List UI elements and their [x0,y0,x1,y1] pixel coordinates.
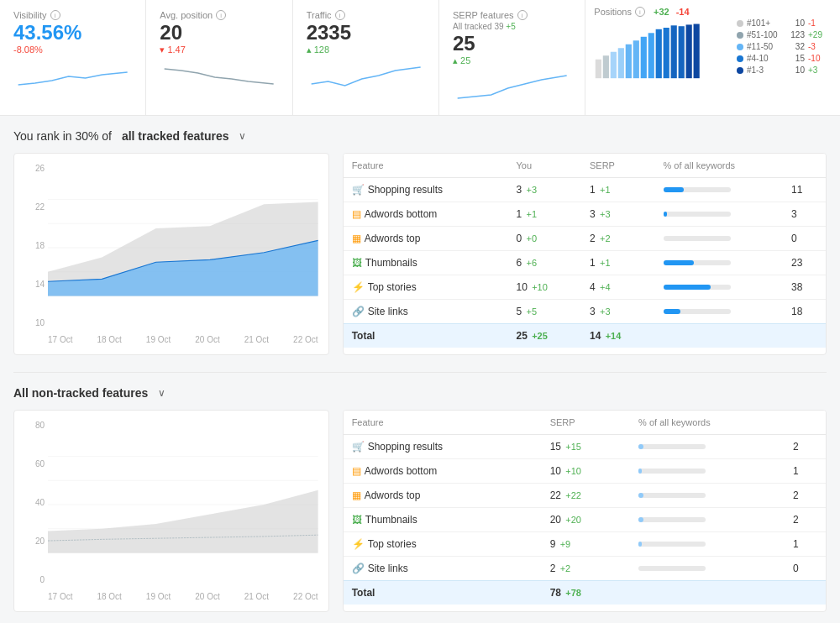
table-row: ▦Adwords top 22 +22 2 [344,484,826,508]
svg-rect-10 [671,25,677,78]
table-row: 🖼Thumbnails 20 +20 2 [344,508,826,532]
pos-row-4-10: #4-10 15 -10 [737,54,832,63]
svg-rect-4 [626,44,632,78]
positions-bar-chart [594,18,730,86]
nt-col-serp: SERP [542,411,630,435]
non-tracked-section-chevron[interactable]: ∨ [158,387,165,399]
traffic-value: 2335 [307,22,425,44]
svg-rect-11 [679,26,685,78]
table-row: 🔗Site links 5 +5 3 +3 18 [344,300,826,324]
tracked-two-col: 26 22 18 14 10 [13,153,827,355]
traffic-card: Traffic i 2335 ▴ 128 [293,0,439,115]
traffic-sparkline [307,60,425,94]
svg-rect-7 [648,33,654,78]
section-divider [13,372,827,373]
svg-rect-0 [596,60,601,78]
svg-rect-5 [633,40,639,78]
non-tracked-section-highlight: All non-tracked features [13,386,148,400]
positions-info-icon[interactable]: i [635,7,645,17]
table-row: ▤Adwords bottom 10 +10 1 [344,459,826,484]
tracked-chart-body [48,164,318,332]
serp-features-sparkline [453,71,571,105]
tracked-y-labels: 26 22 18 14 10 [24,164,48,327]
tracked-chart-wrapper: 26 22 18 14 10 [24,164,318,344]
nt-col-feature: Feature [344,411,542,435]
visibility-sparkline [13,60,132,93]
dashboard: Visibility i 43.56% -8.08% Avg. position… [0,0,840,623]
traffic-change: ▴ 128 [307,44,425,55]
col-pct: % of all keywords [655,154,827,178]
serp-features-label: SERP features i [453,10,571,20]
serp-features-sublabel: All tracked 39 +5 [453,22,571,31]
tracked-x-labels: 17 Oct 18 Oct 19 Oct 20 Oct 21 Oct 22 Oc… [24,335,318,344]
visibility-change: -8.08% [13,44,132,55]
svg-rect-3 [618,48,624,78]
pos-row-1-3: #1-3 10 +3 [737,65,832,75]
pos-row-11-50: #11-50 32 -3 [737,42,832,51]
avg-position-info-icon[interactable]: i [216,10,226,20]
tracked-section-highlight: all tracked features [122,129,229,143]
tracked-section-header: You rank in 30% of all tracked features … [13,129,827,143]
non-tracked-section-header: All non-tracked features ∨ [13,386,827,400]
serp-features-value: 25 [453,33,571,55]
table-row: ⚡Top stories 10 +10 4 +4 38 [344,275,826,300]
positions-legend: #101+ 10 -1 #51-100 123 +29 #11-50 32 [737,18,832,77]
main-content: You rank in 30% of all tracked features … [0,116,840,623]
tracked-total-row: Total 25 +25 14 +14 [344,324,826,348]
svg-rect-9 [664,28,669,78]
table-row: ▤Adwords bottom 1 +1 3 +3 3 [344,202,826,227]
table-row: 🛒Shopping results 3 +3 1 +1 11 [344,178,826,202]
tracked-section-chevron[interactable]: ∨ [239,130,246,142]
nt-col-pct: % of all keywords [630,411,826,435]
non-tracked-two-col: 80 60 40 20 0 [13,410,827,612]
col-serp: SERP [581,154,655,178]
table-row: 🛒Shopping results 15 +15 2 [344,435,826,459]
col-you: You [508,154,582,178]
serp-features-info-icon[interactable]: i [517,10,528,20]
non-tracked-table: Feature SERP % of all keywords 🛒Shopping… [343,410,827,612]
traffic-info-icon[interactable]: i [335,10,345,20]
metrics-bar: Visibility i 43.56% -8.08% Avg. position… [0,0,840,116]
avg-position-value: 20 [160,22,278,44]
positions-label: Positions i +32 -14 [594,7,832,17]
non-tracked-chart-wrapper: 80 60 40 20 0 [24,421,318,601]
table-row: ⚡Top stories 9 +9 1 [344,532,826,557]
visibility-label: Visibility i [13,10,132,20]
pos-row-51-100: #51-100 123 +29 [737,30,832,39]
non-tracked-y-labels: 80 60 40 20 0 [24,421,48,584]
col-feature: Feature [344,154,508,178]
svg-rect-8 [656,29,662,78]
positions-content: #101+ 10 -1 #51-100 123 +29 #11-50 32 [594,18,832,86]
svg-rect-1 [603,55,609,78]
serp-features-card: SERP features i All tracked 39 +5 25 ▴ 2… [439,0,585,115]
visibility-card: Visibility i 43.56% -8.08% [0,0,146,115]
visibility-value: 43.56% [13,22,132,44]
tracked-table: Feature You SERP % of all keywords 🛒Shop… [343,153,827,355]
tracked-chart-container: 26 22 18 14 10 [13,153,329,355]
table-row: 🖼Thumbnails 6 +6 1 +1 23 [344,251,826,275]
non-tracked-total-row: Total 78 +78 [344,581,826,605]
traffic-label: Traffic i [307,10,425,20]
avg-position-change: ▾ 1.47 [160,44,278,55]
pos-row-101: #101+ 10 -1 [737,18,832,28]
non-tracked-chart-body [48,421,318,589]
positions-up: +32 [654,7,669,17]
table-row: 🔗Site links 2 +2 0 [344,557,826,581]
non-tracked-chart-container: 80 60 40 20 0 [13,410,329,612]
svg-rect-6 [641,37,647,78]
non-tracked-x-labels: 17 Oct 18 Oct 19 Oct 20 Oct 21 Oct 22 Oc… [24,592,318,601]
svg-rect-13 [694,24,700,79]
svg-rect-12 [686,24,692,78]
svg-rect-2 [611,52,617,78]
visibility-info-icon[interactable]: i [50,10,60,20]
positions-card: Positions i +32 -14 [585,0,840,115]
svg-marker-26 [48,490,318,553]
avg-position-label: Avg. position i [160,10,278,20]
table-row: ▦Adwords top 0 +0 2 +2 0 [344,227,826,251]
positions-down: -14 [676,7,690,17]
avg-position-sparkline [160,60,278,94]
serp-features-change: ▴ 25 [453,55,571,66]
avg-position-card: Avg. position i 20 ▾ 1.47 [146,0,292,115]
